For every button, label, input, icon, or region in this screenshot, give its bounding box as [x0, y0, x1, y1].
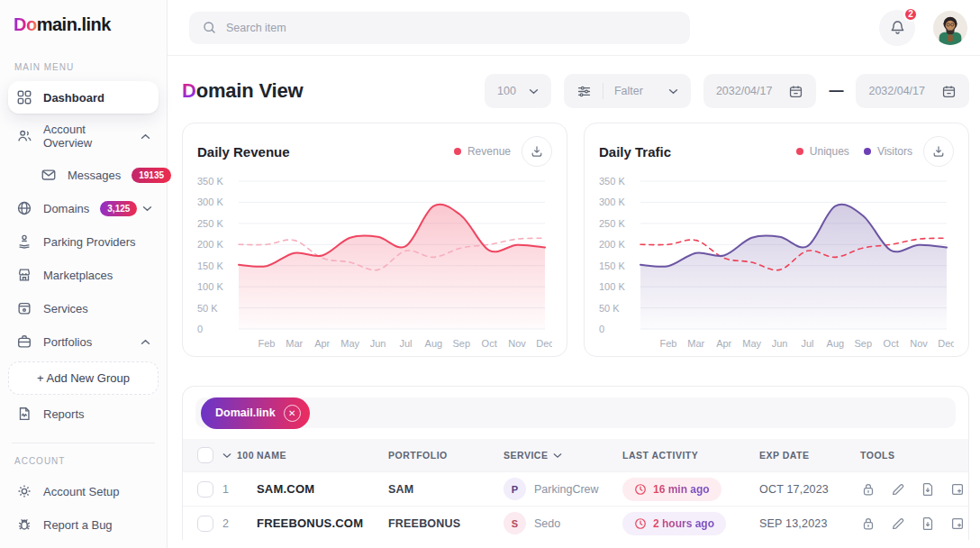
chevron-up-icon: [141, 133, 150, 140]
date-to-value: 2032/04/17: [868, 85, 925, 97]
chevron-down-icon[interactable]: [222, 452, 231, 459]
remove-chip-icon[interactable]: ✕: [284, 405, 301, 422]
storefront-icon: [16, 267, 32, 283]
page-controls: 100 Falter 2032/04/17: [485, 74, 969, 108]
content: Domain View 100 Falter: [168, 56, 980, 548]
legend-label: Uniques: [810, 145, 849, 158]
svg-text:Feb: Feb: [258, 338, 275, 349]
daily-revenue-card: Daily Revenue Revenue 350 K300 K250 K200…: [182, 123, 567, 357]
svg-text:Aug: Aug: [827, 338, 845, 349]
chart-card-header: Daily Revenue Revenue: [197, 136, 552, 167]
row-checkbox[interactable]: [197, 516, 213, 532]
activity-text: 16 min ago: [653, 483, 710, 496]
download-icon: [530, 144, 544, 159]
file-download-icon[interactable]: [920, 481, 936, 498]
chart-title: Daily Trafic: [599, 144, 671, 160]
svg-text:Nov: Nov: [508, 338, 526, 349]
sidebar-item-account-overview[interactable]: Account Overview: [8, 114, 159, 158]
filter-chip-label: Domail.link: [215, 406, 276, 419]
service-avatar: S: [504, 512, 526, 534]
svg-text:350 K: 350 K: [197, 176, 223, 187]
chevron-up-icon: [141, 339, 150, 345]
messages-count-badge: 19135: [132, 168, 171, 183]
svg-text:300 K: 300 K: [599, 196, 625, 207]
legend-dot-visitors: [864, 148, 871, 155]
clock-icon: [634, 517, 647, 530]
sidebar-item-parking-providers[interactable]: Parking Providers: [8, 225, 159, 258]
search-input[interactable]: [226, 22, 677, 34]
chevron-down-icon: [142, 206, 152, 212]
svg-text:Jun: Jun: [772, 338, 788, 349]
legend-label: Revenue: [467, 145, 511, 158]
svg-text:Feb: Feb: [659, 338, 676, 349]
sidebar-item-marketplaces[interactable]: Marketplaces: [8, 259, 159, 291]
select-all-checkbox[interactable]: [197, 447, 213, 463]
svg-text:Jul: Jul: [801, 338, 813, 349]
notifications-button[interactable]: 2: [879, 10, 915, 46]
file-download-icon[interactable]: [920, 516, 936, 532]
search-icon: [202, 20, 217, 35]
page-size-select[interactable]: 100: [485, 74, 551, 108]
sidebar-item-label: Messages: [68, 169, 121, 182]
people-icon: [16, 128, 32, 144]
date-from-picker[interactable]: 2032/04/17: [703, 74, 817, 108]
calendar-icon: [788, 84, 803, 99]
svg-text:350 K: 350 K: [599, 176, 625, 187]
lock-icon[interactable]: [860, 516, 876, 532]
sidebar-item-account-setup[interactable]: Account Setup: [8, 475, 159, 507]
row-checkbox[interactable]: [197, 481, 213, 498]
download-chart-button[interactable]: [522, 136, 552, 167]
tools-cell: [860, 516, 966, 532]
column-header-count: 100: [237, 450, 254, 461]
edit-icon[interactable]: [890, 481, 906, 498]
avatar[interactable]: [933, 11, 967, 45]
charts-row: Daily Revenue Revenue 350 K300 K250 K200…: [182, 123, 969, 357]
daily-traffic-chart: 350 K300 K250 K200 K150 K100 K50 K0FebMa…: [599, 172, 954, 352]
svg-text:Nov: Nov: [910, 338, 928, 349]
file-add-icon[interactable]: [949, 481, 966, 498]
sidebar-item-services[interactable]: Services: [8, 292, 159, 324]
sidebar-item-reports[interactable]: Reports: [8, 397, 159, 430]
sidebar-item-label: Portfolios: [43, 335, 92, 349]
sidebar-item-messages[interactable]: Messages 19135: [8, 159, 159, 191]
svg-text:200 K: 200 K: [599, 239, 625, 250]
column-header-service[interactable]: SERVICE: [504, 450, 622, 461]
sidebar-nav: Dashboard Account Overview Messages 1913…: [8, 81, 159, 430]
legend-label: Visitors: [877, 145, 912, 158]
filter-chip-domail-link[interactable]: Domail.link ✕: [201, 397, 310, 429]
sidebar-item-domains[interactable]: Domains 3,125: [8, 192, 159, 224]
svg-text:Apr: Apr: [716, 338, 731, 349]
add-new-group-button[interactable]: + Add New Group: [8, 361, 159, 395]
search-bar[interactable]: [189, 12, 690, 44]
row-number: 1: [222, 483, 257, 496]
last-activity-cell: 16 min ago: [622, 478, 759, 501]
briefcase-icon: [16, 333, 32, 350]
svg-text:Mar: Mar: [286, 338, 303, 349]
logo[interactable]: Domain.link: [14, 14, 159, 35]
bell-icon: [889, 19, 906, 36]
chevron-down-icon: [668, 88, 678, 95]
edit-icon[interactable]: [890, 516, 906, 532]
domain-name: FREEBONUS.COM: [257, 516, 388, 530]
sidebar-item-report-a-bug[interactable]: Report a Bug: [8, 508, 159, 541]
table-row: 2 FREEBONUS.COM FREEBONUS S Sedo 2 hours…: [183, 506, 968, 540]
sidebar-item-dashboard[interactable]: Dashboard: [8, 81, 159, 114]
file-add-icon[interactable]: [949, 516, 966, 532]
logo-accent: Do: [14, 14, 37, 34]
pill-divider: [603, 83, 603, 99]
download-chart-button[interactable]: [923, 136, 954, 167]
sidebar-item-label: Report a Bug: [43, 518, 113, 532]
date-to-picker[interactable]: 2032/04/17: [856, 74, 969, 108]
svg-text:100 K: 100 K: [599, 281, 625, 292]
chart-title: Daily Revenue: [197, 144, 290, 160]
lock-icon[interactable]: [860, 481, 876, 498]
table-row: 1 SAM.COM SAM P ParkingCrew 16 min ago O…: [183, 471, 968, 506]
sidebar-item-label: Parking Providers: [43, 235, 136, 249]
service-cell: P ParkingCrew: [504, 478, 622, 500]
sidebar-item-portfolios[interactable]: Portfolios: [8, 325, 159, 358]
activity-badge: 2 hours ago: [622, 512, 726, 535]
notification-badge: 2: [903, 7, 918, 22]
add-new-group-label: + Add New Group: [37, 371, 130, 385]
svg-text:Sep: Sep: [452, 338, 470, 349]
filter-dropdown[interactable]: Falter: [564, 74, 691, 108]
